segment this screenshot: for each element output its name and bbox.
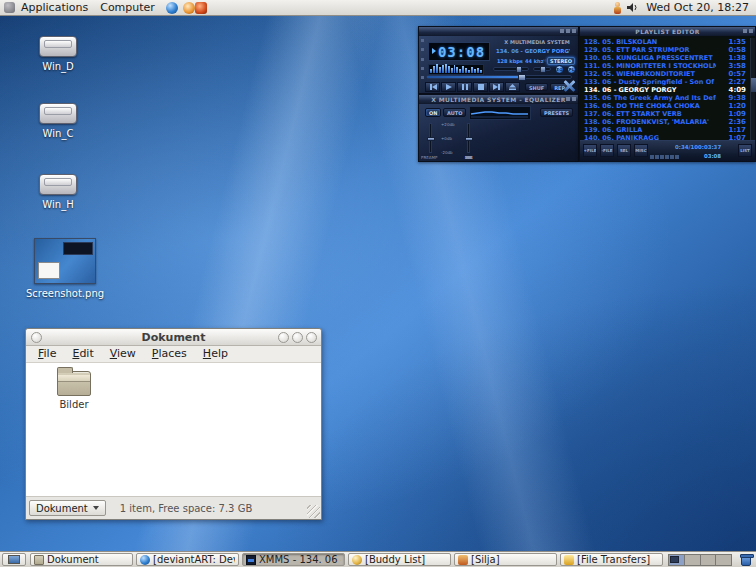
xmms-clutterbar[interactable] xyxy=(421,39,425,79)
preamp-slider[interactable] xyxy=(429,123,432,153)
menu-item[interactable]: Edit xyxy=(64,346,101,362)
panel-clock[interactable]: Wed Oct 20, 18:27 xyxy=(643,1,752,14)
orange-app-launcher-icon[interactable] xyxy=(183,2,195,14)
browser-launcher-icon[interactable] xyxy=(166,2,178,14)
pause-button[interactable] xyxy=(457,82,472,92)
play-button[interactable] xyxy=(441,82,456,92)
file-manager-window[interactable]: Dokument File Edit View Places He xyxy=(25,328,322,520)
playlist-entry[interactable]: 139. 06. GRILLA 1:17 xyxy=(581,126,749,134)
maximize-icon[interactable] xyxy=(292,332,303,343)
desktop-wallpaper: Win_D Win_C Win_H Screenshot.png xyxy=(0,16,756,551)
xmms-main-window[interactable]: 03:08 X MULTIMEDIA SYSTEM 134. 06 - GEOR… xyxy=(418,26,579,94)
task-button[interactable]: [File Transfers] xyxy=(560,553,663,566)
track-duration: 2:36 xyxy=(729,118,746,126)
workspace-switcher[interactable] xyxy=(668,554,732,566)
playlist-entry[interactable]: 128. 05. BILSKOLAN 1:35 xyxy=(581,38,749,46)
task-button[interactable]: Dokument xyxy=(30,553,133,566)
trash-icon[interactable] xyxy=(740,553,752,566)
playlist-menu-button[interactable]: MISC xyxy=(634,144,648,157)
eq-on-button[interactable]: ON xyxy=(425,108,441,117)
xmms-main-titlebar[interactable] xyxy=(419,27,578,36)
playlist-list-button[interactable]: LIST xyxy=(738,144,752,157)
playlist-entries[interactable]: 128. 05. BILSKOLAN 1:35 129. 05. ETT PAR… xyxy=(581,38,749,142)
close-icon[interactable] xyxy=(749,29,753,33)
location-dropdown-button[interactable]: Dokument xyxy=(29,500,106,516)
distro-menu-icon[interactable] xyxy=(4,2,15,13)
volume-icon[interactable] xyxy=(626,2,639,13)
playlist-entry[interactable]: 134. 06 - GEORGY PORGY 4:09 xyxy=(581,86,749,94)
playlist-entry[interactable]: 131. 05. MINORITETER I STOCKHOLM 3:58 xyxy=(581,62,749,70)
xmms-equalizer-window[interactable]: X MULTIMEDIA SYSTEM - EQUALIZER ON AUTO … xyxy=(418,94,579,162)
playlist-entry[interactable]: 133. 06 - Dusty Springfield - Son Of A P… xyxy=(581,78,749,86)
equalizer-toggle-button[interactable]: EQ xyxy=(555,65,564,74)
desktop-icon-win-c[interactable]: Win_C xyxy=(27,103,89,139)
playlist-toggle-button[interactable]: PL xyxy=(567,65,576,74)
balance-slider[interactable] xyxy=(533,67,551,71)
playlist-entry[interactable]: 132. 05. WIENERKONDITORIET 0:57 xyxy=(581,70,749,78)
im-status-icon[interactable] xyxy=(613,2,622,14)
playlist-entry[interactable]: 129. 05. ETT PAR STRUMPOR 0:58 xyxy=(581,46,749,54)
dropdown-caret-icon xyxy=(93,506,99,510)
task-button[interactable]: [Buddy List] xyxy=(348,553,451,566)
shade-icon[interactable] xyxy=(743,29,747,33)
desktop-icon-label: Win_H xyxy=(27,199,89,210)
playlist-entry[interactable]: 137. 06. ETT STARKT VERB 1:09 xyxy=(581,110,749,118)
playlist-menu-button[interactable]: -FILE xyxy=(600,144,614,157)
previous-button[interactable] xyxy=(425,82,440,92)
seek-knob[interactable] xyxy=(518,74,526,81)
seek-bar[interactable] xyxy=(426,75,572,79)
playlist-entry[interactable]: 130. 05. KUNGLIGA PRESSCENTRET 1:38 xyxy=(581,54,749,62)
close-icon[interactable] xyxy=(572,29,576,33)
menu-item[interactable]: Places xyxy=(144,346,195,362)
menu-item[interactable]: File xyxy=(30,346,64,362)
close-icon[interactable] xyxy=(306,332,317,343)
resize-grip[interactable] xyxy=(307,505,320,518)
red-app-launcher-icon[interactable] xyxy=(195,2,207,14)
playlist-title: PLAYLIST EDITOR xyxy=(635,27,699,36)
minimize-icon[interactable] xyxy=(560,29,564,33)
playlist-menu-button[interactable]: SEL xyxy=(617,144,631,157)
playlist-entry[interactable]: 136. 06. DO THE CHOKA CHOKA 1:20 xyxy=(581,102,749,110)
playlist-titlebar[interactable]: PLAYLIST EDITOR xyxy=(580,27,755,36)
shuffle-button[interactable]: SHUF xyxy=(525,83,548,91)
eq-band[interactable]: 16K xyxy=(463,95,474,163)
computer-menu[interactable]: Computer xyxy=(94,0,161,15)
playlist-scrollbar[interactable] xyxy=(750,38,755,142)
playlist-entry[interactable]: 135. 06 The Greek Army And Its Defeat 9:… xyxy=(581,94,749,102)
transport-controls xyxy=(425,82,520,92)
playlist-mini-transport[interactable] xyxy=(650,155,679,159)
eject-button[interactable] xyxy=(505,82,520,92)
desktop-icon-win-d[interactable]: Win_D xyxy=(27,36,89,72)
playlist-menu-button[interactable]: +FILE xyxy=(583,144,597,157)
volume-slider[interactable] xyxy=(493,67,529,71)
stop-button[interactable] xyxy=(473,82,488,92)
xmms-playlist-window[interactable]: PLAYLIST EDITOR 128. 05. BILSKOLAN 1:35 … xyxy=(579,26,756,162)
file-manager-titlebar[interactable]: Dokument xyxy=(26,329,321,346)
task-app-icon xyxy=(34,555,44,565)
xmms-track-title[interactable]: 134. 06 - GEORGY PORGY (4:09) xyxy=(496,48,570,54)
scrollbar-knob[interactable] xyxy=(751,78,756,92)
shade-icon[interactable] xyxy=(566,29,570,33)
task-button[interactable]: [deviantART: Deviation Si xyxy=(136,553,239,566)
workspace-2[interactable] xyxy=(685,555,701,565)
window-menu-icon[interactable] xyxy=(31,332,42,343)
xmms-time-display[interactable]: 03:08 xyxy=(428,42,490,61)
show-desktop-button[interactable] xyxy=(2,553,26,566)
taskbar-right xyxy=(668,553,754,566)
task-button[interactable]: [Silja] xyxy=(454,553,557,566)
folder-item-bilder[interactable]: Bilder xyxy=(44,371,104,410)
desktop-icon-screenshot[interactable]: Screenshot.png xyxy=(25,238,105,299)
minimize-icon[interactable] xyxy=(278,332,289,343)
next-button[interactable] xyxy=(489,82,504,92)
playlist-entry[interactable]: 138. 06. FRODENKVIST, 'MALARIA' 2:36 xyxy=(581,118,749,126)
eq-band-slider[interactable] xyxy=(467,123,470,153)
applications-menu[interactable]: Applications xyxy=(15,0,94,15)
workspace-3[interactable] xyxy=(701,555,717,565)
workspace-1[interactable] xyxy=(669,555,685,565)
file-manager-content[interactable]: Bilder xyxy=(26,363,321,497)
menu-item[interactable]: Help xyxy=(195,346,236,362)
menu-item[interactable]: View xyxy=(102,346,144,362)
task-button[interactable]: XMMS - 134. 06 - GEORG xyxy=(242,553,345,566)
desktop-icon-win-h[interactable]: Win_H xyxy=(27,174,89,210)
workspace-4[interactable] xyxy=(716,555,731,565)
